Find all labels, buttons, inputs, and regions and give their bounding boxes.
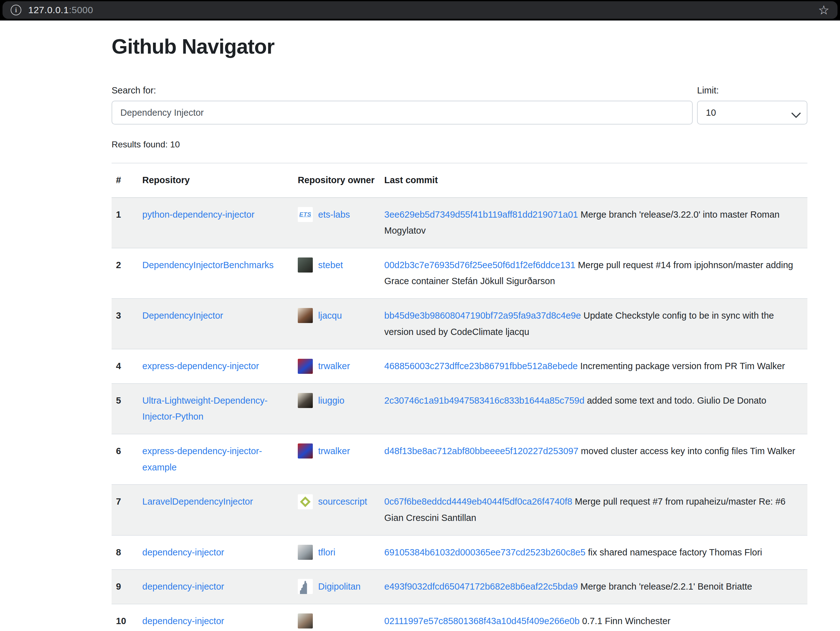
owner-avatar: [298, 393, 313, 408]
commit-hash-link[interactable]: 3ee629eb5d7349d55f41b119aff81dd219071a01: [384, 209, 578, 220]
owner-cell: stebet: [294, 248, 380, 299]
repo-cell: LaravelDependencyInjector: [138, 484, 294, 535]
table-row: 9dependency-injector Digipolitane493f903…: [112, 569, 807, 604]
limit-label: Limit:: [697, 85, 807, 96]
owner-avatar: [298, 359, 313, 374]
repo-cell: dependency-injector: [138, 604, 294, 631]
row-number: 3: [112, 299, 138, 349]
commit-message: Incrementing package version from PR Tim…: [580, 361, 785, 371]
repo-link[interactable]: LaravelDependencyInjector: [142, 497, 253, 506]
table-row: 4express-dependency-injector trwalker468…: [112, 349, 807, 384]
owner-link[interactable]: ets-labs: [318, 209, 350, 220]
url-text: 127.0.0.1:5000: [28, 5, 93, 15]
col-header-number: #: [112, 163, 138, 198]
owner-link[interactable]: stebet: [318, 260, 343, 270]
url-host: 127.0.0.1: [28, 5, 69, 15]
results-table: # Repository Repository owner Last commi…: [112, 163, 807, 631]
commit-cell: 2c30746c1a91b4947583416c833b1644a85c759d…: [380, 384, 807, 434]
repo-link[interactable]: express-dependency-injector: [142, 361, 259, 371]
owner-cell: FinnWinchester: [294, 604, 380, 631]
commit-hash-link[interactable]: 468856003c273dffce23b86791fbbe512a8ebede: [384, 361, 578, 371]
repo-cell: python-dependency-injector: [138, 198, 294, 248]
commit-cell: 468856003c273dffce23b86791fbbe512a8ebede…: [380, 349, 807, 384]
ets-logo-icon: ETS: [299, 209, 311, 220]
repo-link[interactable]: express-dependency-injector-example: [142, 446, 262, 472]
row-number: 4: [112, 349, 138, 384]
commit-hash-link[interactable]: 69105384b61032d000365ee737cd2523b260c8e5: [384, 547, 586, 557]
table-row: 10dependency-injector FinnWinchester0211…: [112, 604, 807, 631]
commit-hash-link[interactable]: e493f9032dfcd65047172b682e8b6eaf22c5bda9: [384, 582, 578, 591]
repo-link[interactable]: dependency-injector: [142, 547, 224, 557]
browser-chrome: i 127.0.0.1:5000 ☆: [0, 0, 840, 21]
row-number: 6: [112, 434, 138, 484]
owner-link[interactable]: Digipolitan: [318, 582, 360, 591]
repo-link[interactable]: Ultra-Lightweight-Dependency-Injector-Py…: [142, 395, 268, 422]
info-icon[interactable]: i: [11, 5, 21, 15]
repo-link[interactable]: DependencyInjector: [142, 310, 223, 321]
repo-cell: Ultra-Lightweight-Dependency-Injector-Py…: [138, 384, 294, 434]
owner-avatar: [298, 614, 313, 628]
owner-avatar: [298, 308, 313, 323]
owner-avatar: [298, 579, 313, 594]
search-controls: Search for: Limit: 10: [112, 85, 807, 125]
table-row: 3DependencyInjector ljacqubb45d9e3b98608…: [112, 299, 807, 349]
row-number: 8: [112, 535, 138, 570]
search-input[interactable]: [112, 101, 693, 125]
table-row: 2DependencyInjectorBenchmarks stebet00d2…: [112, 248, 807, 299]
results-count: Results found: 10: [112, 139, 807, 150]
owner-link[interactable]: trwalker: [318, 361, 350, 371]
repo-link[interactable]: dependency-injector: [142, 616, 224, 626]
chevron-down-icon: [791, 109, 801, 118]
owner-cell: liuggio: [294, 384, 380, 434]
limit-selected-value: 10: [706, 108, 716, 118]
commit-hash-link[interactable]: bb45d9e3b98608047190bf72a95fa9a37d8c4e9e: [384, 310, 581, 321]
commit-hash-link[interactable]: 0c67f6be8eddcd4449eb4044f5df0ca26f4740f8: [384, 497, 572, 506]
owner-link[interactable]: trwalker: [318, 446, 350, 456]
owner-cell: ljacqu: [294, 299, 380, 349]
commit-message: Merge branch 'release/2.2.1' Benoit Bria…: [581, 582, 752, 591]
repo-cell: express-dependency-injector-example: [138, 434, 294, 484]
star-icon[interactable]: ☆: [818, 4, 829, 16]
owner-avatar: [298, 545, 313, 560]
url-port: :5000: [69, 5, 93, 15]
owner-link[interactable]: liuggio: [318, 395, 344, 405]
owner-cell: tflori: [294, 535, 380, 570]
owner-link[interactable]: sourcescript: [318, 497, 367, 506]
repo-link[interactable]: dependency-injector: [142, 582, 224, 591]
commit-message: fix shared namespace factory Thomas Flor…: [588, 547, 762, 557]
page-container: Github Navigator Search for: Limit: 10 R…: [112, 35, 807, 631]
row-number: 2: [112, 248, 138, 299]
limit-select[interactable]: 10: [697, 101, 807, 125]
owner-avatar: [298, 443, 313, 459]
repo-link[interactable]: DependencyInjectorBenchmarks: [142, 260, 274, 270]
row-number: 1: [112, 198, 138, 248]
url-bar[interactable]: i 127.0.0.1:5000 ☆: [3, 1, 837, 19]
row-number: 10: [112, 604, 138, 631]
page-title: Github Navigator: [112, 35, 807, 59]
repo-cell: express-dependency-injector: [138, 349, 294, 384]
commit-cell: d48f13be8ac712abf80bbeeee5f120227d253097…: [380, 434, 807, 484]
owner-cell: trwalker: [294, 349, 380, 384]
commit-cell: 00d2b3c7e76935d76f25ee50f6d1f2ef6ddce131…: [380, 248, 807, 299]
owner-cell: sourcescript: [294, 484, 380, 535]
building-logo-icon: [300, 581, 311, 594]
diamond-logo-icon: [300, 497, 311, 507]
commit-hash-link[interactable]: 2c30746c1a91b4947583416c833b1644a85c759d: [384, 395, 584, 405]
repo-cell: dependency-injector: [138, 569, 294, 604]
row-number: 7: [112, 484, 138, 535]
commit-hash-link[interactable]: d48f13be8ac712abf80bbeeee5f120227d253097: [384, 446, 578, 456]
owner-link[interactable]: ljacqu: [318, 310, 342, 321]
owner-avatar: ETS: [298, 207, 313, 222]
commit-cell: 0c67f6be8eddcd4449eb4044f5df0ca26f4740f8…: [380, 484, 807, 535]
limit-field-group: Limit: 10: [697, 85, 807, 125]
commit-hash-link[interactable]: 00d2b3c7e76935d76f25ee50f6d1f2ef6ddce131: [384, 260, 575, 270]
owner-cell: trwalker: [294, 434, 380, 484]
commit-cell: 69105384b61032d000365ee737cd2523b260c8e5…: [380, 535, 807, 570]
table-row: 1python-dependency-injectorETS ets-labs3…: [112, 198, 807, 248]
table-row: 5Ultra-Lightweight-Dependency-Injector-P…: [112, 384, 807, 434]
owner-cell: Digipolitan: [294, 569, 380, 604]
owner-link[interactable]: tflori: [318, 547, 335, 557]
owner-avatar: [298, 494, 313, 509]
repo-link[interactable]: python-dependency-injector: [142, 209, 254, 220]
commit-hash-link[interactable]: 02111997e57c85801368f43a10d45f409e266e0b: [384, 616, 579, 626]
